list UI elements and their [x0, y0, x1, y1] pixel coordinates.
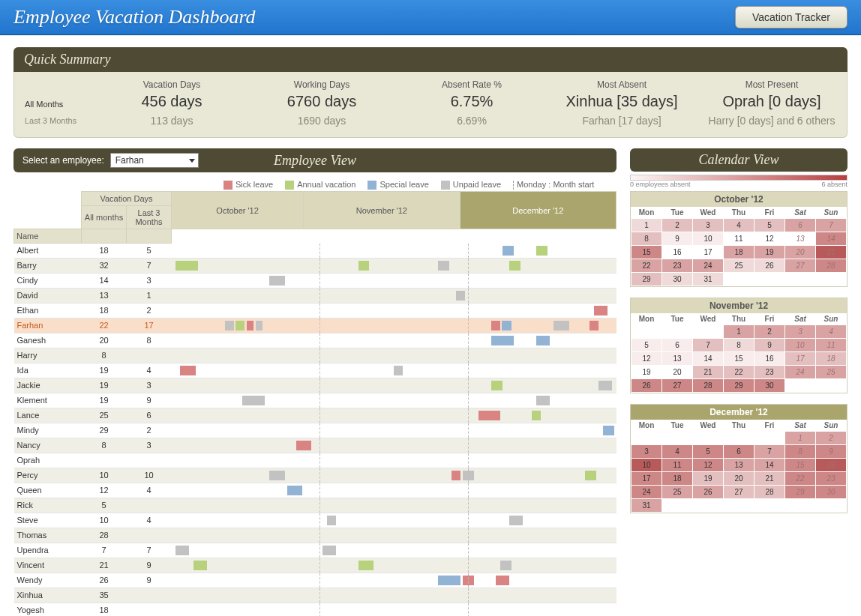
calendar-day[interactable]: 2	[662, 219, 693, 232]
table-row[interactable]: Yogesh 18	[14, 603, 616, 616]
calendar-day[interactable]: 24	[632, 486, 662, 499]
calendar-day[interactable]: 11	[662, 459, 693, 472]
table-row[interactable]: Ganesh 20 8	[14, 333, 616, 348]
calendar-day[interactable]: 1	[632, 219, 662, 232]
calendar-day[interactable]: 27	[662, 379, 693, 393]
calendar-day[interactable]: 23	[816, 472, 847, 486]
calendar-day[interactable]: 21	[816, 246, 847, 259]
calendar-day[interactable]: 4	[724, 219, 754, 232]
calendar-day[interactable]: 9	[816, 445, 847, 459]
calendar-day[interactable]: 17	[693, 246, 724, 259]
calendar-day[interactable]: 3	[632, 445, 662, 459]
calendar-day[interactable]: 1	[785, 432, 816, 445]
table-row[interactable]: Rick 5	[14, 498, 616, 513]
calendar-day[interactable]: 10	[693, 232, 724, 246]
table-row[interactable]: Harry 8	[14, 348, 616, 363]
calendar-day[interactable]: 30	[662, 273, 693, 286]
calendar-day[interactable]: 29	[632, 273, 662, 286]
calendar-day[interactable]: 4	[662, 445, 693, 459]
calendar-day[interactable]: 2	[754, 325, 785, 339]
table-row[interactable]: Nancy 8 3	[14, 438, 616, 453]
calendar-day[interactable]: 4	[816, 325, 847, 339]
calendar-day[interactable]: 18	[816, 352, 847, 366]
table-row[interactable]: Percy 10 10	[14, 468, 616, 483]
calendar-day[interactable]: 2	[816, 432, 847, 445]
calendar-day[interactable]: 13	[662, 352, 693, 366]
calendar-day[interactable]: 5	[632, 339, 662, 352]
calendar-day[interactable]: 21	[754, 472, 785, 486]
calendar-day[interactable]: 14	[693, 352, 724, 366]
calendar-day[interactable]: 23	[662, 259, 693, 273]
calendar-day[interactable]: 25	[662, 486, 693, 499]
calendar-day[interactable]: 1	[724, 325, 754, 339]
calendar-day[interactable]: 12	[754, 232, 785, 246]
calendar-day[interactable]: 7	[754, 445, 785, 459]
table-row[interactable]: Cindy 14 3	[14, 273, 616, 288]
table-row[interactable]: Wendy 26 9	[14, 573, 616, 588]
calendar-day[interactable]: 6	[724, 445, 754, 459]
table-row[interactable]: Ethan 18 2	[14, 303, 616, 318]
calendar-day[interactable]: 16	[754, 352, 785, 366]
calendar-day[interactable]: 30	[816, 486, 847, 499]
vacation-tracker-button[interactable]: Vacation Tracker	[735, 6, 848, 28]
table-row[interactable]: Ida 19 4	[14, 363, 616, 378]
table-row[interactable]: Queen 12 4	[14, 483, 616, 498]
calendar-day[interactable]: 3	[785, 325, 816, 339]
calendar-day[interactable]: 26	[693, 486, 724, 499]
calendar-day[interactable]: 8	[632, 232, 662, 246]
calendar-day[interactable]: 25	[724, 259, 754, 273]
calendar-day[interactable]: 17	[632, 472, 662, 486]
table-row[interactable]: Albert 18 5	[14, 244, 616, 259]
calendar-day[interactable]: 12	[632, 352, 662, 366]
calendar-day[interactable]: 26	[754, 259, 785, 273]
table-row[interactable]: Steve 10 4	[14, 513, 616, 528]
table-row[interactable]: Jackie 19 3	[14, 378, 616, 393]
table-row[interactable]: Mindy 29 2	[14, 423, 616, 438]
calendar-day[interactable]: 22	[724, 366, 754, 379]
table-row[interactable]: Barry 32 7	[14, 258, 616, 273]
table-row[interactable]: David 13 1	[14, 288, 616, 303]
calendar-day[interactable]: 28	[693, 379, 724, 393]
table-row[interactable]: Vincent 21 9	[14, 558, 616, 573]
calendar-day[interactable]: 16	[662, 246, 693, 259]
calendar-day[interactable]: 16	[816, 459, 847, 472]
calendar-day[interactable]: 14	[754, 459, 785, 472]
table-row[interactable]: Farhan 22 17	[14, 318, 616, 333]
calendar-day[interactable]: 20	[662, 366, 693, 379]
calendar-day[interactable]: 19	[754, 246, 785, 259]
calendar-day[interactable]: 10	[785, 339, 816, 352]
table-row[interactable]: Xinhua 35	[14, 588, 616, 603]
calendar-day[interactable]: 5	[754, 219, 785, 232]
table-row[interactable]: Upendra 7 7	[14, 543, 616, 558]
calendar-day[interactable]: 20	[785, 246, 816, 259]
calendar-day[interactable]: 22	[632, 259, 662, 273]
calendar-day[interactable]: 10	[632, 459, 662, 472]
calendar-day[interactable]: 9	[662, 232, 693, 246]
table-row[interactable]: Klement 19 9	[14, 393, 616, 408]
calendar-day[interactable]: 7	[816, 219, 847, 232]
calendar-day[interactable]: 26	[632, 379, 662, 393]
calendar-day[interactable]: 31	[632, 499, 662, 513]
calendar-day[interactable]: 23	[754, 366, 785, 379]
calendar-day[interactable]: 13	[785, 232, 816, 246]
calendar-day[interactable]: 6	[785, 219, 816, 232]
calendar-day[interactable]: 19	[693, 472, 724, 486]
calendar-day[interactable]: 21	[693, 366, 724, 379]
calendar-day[interactable]: 25	[816, 366, 847, 379]
employee-select[interactable]: Farhan	[110, 153, 199, 168]
calendar-day[interactable]: 11	[816, 339, 847, 352]
calendar-day[interactable]: 8	[785, 445, 816, 459]
calendar-day[interactable]: 30	[754, 379, 785, 393]
calendar-day[interactable]: 28	[816, 259, 847, 273]
calendar-day[interactable]: 19	[632, 366, 662, 379]
calendar-day[interactable]: 15	[785, 459, 816, 472]
calendar-day[interactable]: 15	[724, 352, 754, 366]
calendar-day[interactable]: 20	[724, 472, 754, 486]
calendar-day[interactable]: 24	[785, 366, 816, 379]
calendar-day[interactable]: 31	[693, 273, 724, 286]
calendar-day[interactable]: 29	[785, 486, 816, 499]
calendar-day[interactable]: 3	[693, 219, 724, 232]
calendar-day[interactable]: 11	[724, 232, 754, 246]
calendar-day[interactable]: 12	[693, 459, 724, 472]
calendar-day[interactable]: 5	[693, 445, 724, 459]
